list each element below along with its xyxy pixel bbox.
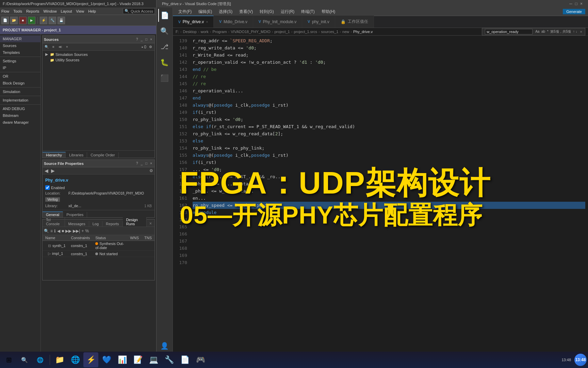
sfp-enabled-checkbox[interactable] xyxy=(45,185,50,190)
dr-stop-btn[interactable]: ■ xyxy=(62,229,64,233)
dr-table-row[interactable]: ▷impl_1constrs_1Not started xyxy=(43,251,154,257)
synth-btn[interactable]: ⚡ xyxy=(40,17,47,24)
dr-add-btn[interactable]: + xyxy=(81,229,84,233)
sfp-type-dropdown[interactable]: Verilog xyxy=(45,197,60,202)
tab-hierarchy[interactable]: Hierarchy xyxy=(43,152,66,158)
vscode-menu-run[interactable]: 运行(R) xyxy=(278,8,297,15)
tab-close-0[interactable]: × xyxy=(206,20,208,24)
dr-run-btn[interactable]: ▶▶| xyxy=(73,229,80,233)
nav-debug[interactable]: AND DEBUG xyxy=(0,105,40,112)
nav-settings[interactable]: Settings xyxy=(0,58,40,64)
dr-col-tns[interactable]: TNS xyxy=(142,235,154,241)
sources-search-btn[interactable]: 🔍 xyxy=(44,44,49,50)
vivado-taskbar-btn[interactable]: ⚡ xyxy=(83,352,98,367)
dr-col-status[interactable]: Status xyxy=(93,235,127,241)
bc-vivado[interactable]: VIVADO18_PHY_MDIO xyxy=(231,30,271,34)
sfp-gear-btn[interactable]: ⚙ xyxy=(149,168,153,173)
dr-info-btn[interactable]: ℹ xyxy=(54,229,56,233)
dr-table-row[interactable]: ⊟synth_1constrs_1Synthesis Out-of-date xyxy=(43,241,154,251)
search-btn[interactable]: 🔍 xyxy=(17,352,32,367)
maximize-btn[interactable]: □ xyxy=(575,1,577,6)
vscode-menu-file[interactable]: 文件(F) xyxy=(176,8,194,15)
utility-sources-item[interactable]: 📁 Utility Sources xyxy=(43,57,154,63)
sfp-float-btn[interactable]: □ xyxy=(144,161,148,166)
app4-btn[interactable]: 🔧 xyxy=(162,352,177,367)
new-file-btn[interactable]: 📄 xyxy=(1,17,9,24)
sources-help-btn[interactable]: ? xyxy=(135,37,139,42)
bc-srcs[interactable]: project_1.srcs xyxy=(294,30,317,34)
app5-btn[interactable]: 📄 xyxy=(177,352,192,367)
activity-source-control[interactable]: ⎇ xyxy=(158,40,171,53)
dr-col-constraints[interactable]: Constraints xyxy=(68,235,93,241)
find-close-btn[interactable]: × xyxy=(580,30,582,34)
sources-gear-btn[interactable]: ⚙ xyxy=(148,44,153,50)
app3-btn[interactable]: 💻 xyxy=(146,352,161,367)
quick-access-search[interactable]: 🔍 Quick Access xyxy=(123,8,155,14)
vscode-menu-edit[interactable]: 编辑(E) xyxy=(196,8,215,15)
vscode-taskbar-btn[interactable]: 💙 xyxy=(99,352,114,367)
close-btn[interactable]: × xyxy=(580,1,583,6)
activity-extensions[interactable]: ⬛ xyxy=(158,72,171,85)
sources-filter-btn[interactable]: ≡ xyxy=(51,44,56,50)
notification-circle[interactable]: 13:48 xyxy=(574,354,587,366)
tcl-tab-console[interactable]: Tcl Console xyxy=(43,217,65,227)
tab-compile-order[interactable]: Compile Order xyxy=(87,152,119,158)
menu-view[interactable]: View xyxy=(76,9,84,13)
activity-account[interactable]: 👤 xyxy=(158,339,171,352)
bc-f[interactable]: F: xyxy=(176,30,179,34)
stop-btn[interactable]: ■ xyxy=(19,17,27,24)
dr-search-btn[interactable]: 🔍 xyxy=(44,229,49,233)
activity-search[interactable]: 🔍 xyxy=(158,25,171,37)
nav-simulation[interactable]: Simulation xyxy=(0,88,40,95)
nav-hw-manager[interactable]: dware Manager xyxy=(0,119,40,126)
chrome-btn[interactable]: 🌐 xyxy=(68,352,83,367)
bc-file[interactable]: Phy_drive.v xyxy=(353,30,373,34)
menu-reports[interactable]: Reports xyxy=(26,9,39,13)
nav-templates[interactable]: Templates xyxy=(0,49,40,56)
app2-btn[interactable]: 📝 xyxy=(130,352,145,367)
sfp-tab-general[interactable]: General xyxy=(43,212,63,217)
vscode-menu-terminal[interactable]: 终端(T) xyxy=(298,8,317,15)
menu-tools[interactable]: Tools xyxy=(13,9,22,13)
sfp-tab-properties[interactable]: Properties xyxy=(63,212,87,217)
bc-sources1[interactable]: sources_1 xyxy=(321,30,339,34)
impl-btn[interactable]: 🔧 xyxy=(49,17,56,24)
menu-window[interactable]: Window xyxy=(43,9,56,13)
nav-block-design[interactable]: Block Design xyxy=(0,80,40,87)
tcl-tab-log[interactable]: Log xyxy=(89,221,102,227)
start-btn[interactable]: ⊞ xyxy=(1,352,16,367)
vscode-tab-phy-init-module[interactable]: V Phy_Init_module.v xyxy=(253,16,302,28)
vscode-menu-goto[interactable]: 转到(G) xyxy=(257,8,276,15)
generate-btn[interactable]: Generate xyxy=(563,9,585,14)
tcl-tab-reports[interactable]: Reports xyxy=(102,221,123,227)
sources-float-btn[interactable]: □ xyxy=(144,37,148,42)
vscode-menu-help[interactable]: 帮助(H) xyxy=(319,8,338,15)
nav-impl[interactable]: Implementation xyxy=(0,97,40,104)
bc-new[interactable]: new xyxy=(342,30,349,34)
sfp-back-btn[interactable]: ◀ xyxy=(44,168,49,173)
activity-debug[interactable]: 🐛 xyxy=(158,56,171,69)
dr-col-wns[interactable]: WNS xyxy=(127,235,142,241)
nav-manager[interactable]: MANAGER xyxy=(0,35,40,42)
bc-work[interactable]: work xyxy=(200,30,208,34)
code-content[interactable]: r_reg_addr <= `SPEED_REG_ADDR;r_reg_writ… xyxy=(190,36,588,361)
vscode-menu-view[interactable]: 查看(V) xyxy=(236,8,256,15)
dr-percent-btn[interactable]: % xyxy=(85,229,89,233)
sources-expand-btn[interactable]: ≪ xyxy=(58,44,63,50)
open-file-btn[interactable]: 📂 xyxy=(10,17,18,24)
menu-flow[interactable]: Flow xyxy=(1,9,9,13)
tcl-tab-design-runs[interactable]: Design Runs xyxy=(123,217,147,227)
dr-prev-btn[interactable]: ◀ xyxy=(57,229,60,233)
nav-sources[interactable]: Sources xyxy=(0,42,40,49)
vscode-menu-select[interactable]: 选择(S) xyxy=(216,8,235,15)
taskview-btn[interactable]: 🌐 xyxy=(33,352,48,367)
vscode-tab-phy-init[interactable]: V phy_init.v xyxy=(302,16,335,28)
sources-add-btn[interactable]: + xyxy=(64,44,70,50)
menu-help[interactable]: Help xyxy=(88,9,96,13)
explorer-btn[interactable]: 📁 xyxy=(52,352,67,367)
vscode-tab-workspace[interactable]: 🔒 工作区值任 xyxy=(335,16,374,28)
tcl-close-btn[interactable]: × xyxy=(147,220,154,227)
nav-or[interactable]: OR xyxy=(0,73,40,80)
sfp-forward-btn[interactable]: ▶ xyxy=(50,168,55,173)
run-btn[interactable]: ▶ xyxy=(28,17,35,24)
